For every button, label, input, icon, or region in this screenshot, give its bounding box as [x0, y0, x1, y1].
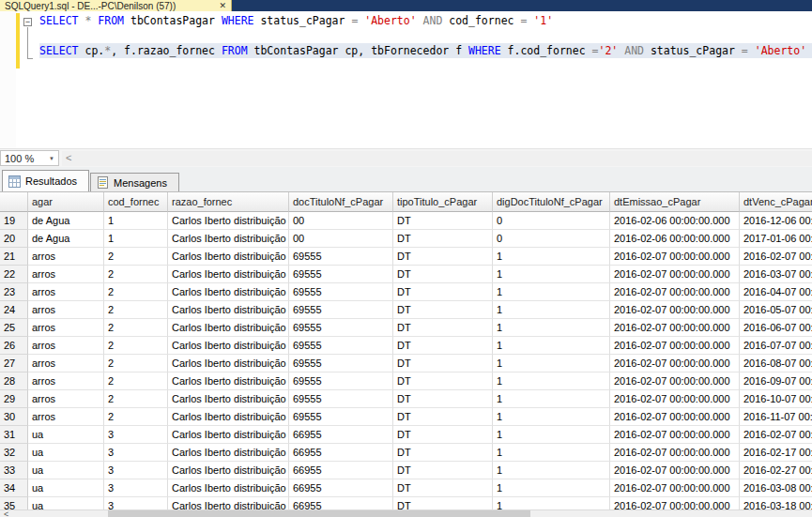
grid-cell[interactable]: 2016-02-07 00:00:00.000	[610, 479, 740, 497]
row-number[interactable]: 33	[0, 462, 28, 479]
grid-cell[interactable]: 3	[104, 462, 168, 479]
grid-cell[interactable]: arros	[28, 337, 104, 355]
row-number[interactable]: 31	[0, 426, 28, 444]
row-number[interactable]: 27	[0, 355, 28, 373]
grid-cell[interactable]: 69555	[289, 408, 393, 426]
code-line[interactable]: SELECT cp.*, f.razao_fornec FROM tbConta…	[39, 43, 812, 58]
grid-cell[interactable]: 2016-02-07 00:00:00.000	[610, 426, 740, 444]
grid-cell[interactable]: 3	[104, 479, 168, 497]
grid-cell[interactable]: 1	[493, 497, 610, 509]
grid-cell[interactable]: 2	[104, 355, 168, 373]
grid-cell[interactable]: Carlos Iberto distribuição	[168, 230, 289, 248]
grid-cell[interactable]: 2017-01-06 00:00:00.000	[740, 230, 812, 248]
grid-cell[interactable]: DT	[393, 479, 493, 497]
grid-cell[interactable]: 00	[289, 230, 393, 248]
grid-cell[interactable]: 1	[493, 408, 610, 426]
column-header[interactable]: docTituloNf_cPagar	[289, 192, 393, 212]
grid-cell[interactable]: 69555	[289, 373, 393, 390]
grid-cell[interactable]: 2	[104, 373, 168, 390]
row-number[interactable]: 30	[0, 408, 28, 426]
grid-cell[interactable]: Carlos Iberto distribuição	[168, 479, 289, 497]
grid-cell[interactable]: 2016-02-17 00:00:00.000	[740, 444, 812, 462]
grid-cell[interactable]: 2016-03-07 00:00:00.000	[740, 266, 812, 283]
grid-cell[interactable]: DT	[393, 283, 493, 301]
grid-cell[interactable]: 00	[289, 212, 393, 230]
grid-cell[interactable]: 0	[493, 212, 610, 230]
row-number[interactable]: 24	[0, 301, 28, 319]
grid-cell[interactable]: Carlos Iberto distribuição	[168, 248, 289, 266]
grid-cell[interactable]: ua	[28, 479, 104, 497]
grid-cell[interactable]: 69555	[289, 390, 393, 408]
grid-cell[interactable]: 2016-02-07 00:00:00.000	[610, 373, 740, 390]
grid-cell[interactable]: ua	[28, 497, 104, 509]
grid-cell[interactable]: 69555	[289, 355, 393, 373]
grid-cell[interactable]: Carlos Iberto distribuição	[168, 319, 289, 337]
grid-cell[interactable]: arros	[28, 283, 104, 301]
grid-cell[interactable]: 1	[493, 301, 610, 319]
grid-cell[interactable]: 66955	[289, 444, 393, 462]
grid-cell[interactable]: 2016-02-07 00:00:00.000	[610, 390, 740, 408]
grid-cell[interactable]: 69555	[289, 283, 393, 301]
grid-cell[interactable]: 2016-07-07 00:00:00.000	[740, 337, 812, 355]
code-area[interactable]: SELECT * FROM tbContasPagar WHERE status…	[39, 13, 812, 58]
grid-cell[interactable]: 2016-03-18 00:00:00.000	[740, 497, 812, 509]
row-number[interactable]: 35	[0, 497, 28, 509]
grid-cell[interactable]: arros	[28, 248, 104, 266]
grid-cell[interactable]: ua	[28, 462, 104, 479]
grid-cell[interactable]: 1	[493, 373, 610, 390]
row-number[interactable]: 25	[0, 319, 28, 337]
grid-cell[interactable]: 1	[493, 337, 610, 355]
grid-cell[interactable]: 2016-02-27 00:00:00.000	[740, 462, 812, 479]
grid-cell[interactable]: 66955	[289, 426, 393, 444]
row-number[interactable]: 20	[0, 230, 28, 248]
grid-cell[interactable]: Carlos Iberto distribuição	[168, 390, 289, 408]
tab-mensagens[interactable]: Mensagens	[90, 173, 179, 191]
grid-cell[interactable]: 2016-10-07 00:00:00.000	[740, 390, 812, 408]
grid-cell[interactable]: Carlos Iberto distribuição	[168, 426, 289, 444]
row-number[interactable]: 21	[0, 248, 28, 266]
row-number[interactable]: 26	[0, 337, 28, 355]
column-header[interactable]: razao_fornec	[168, 192, 289, 212]
code-line[interactable]	[39, 28, 812, 43]
grid-cell[interactable]: 66955	[289, 479, 393, 497]
grid-cell[interactable]: 2016-02-07 00:00:00.000	[610, 497, 740, 509]
row-number[interactable]: 22	[0, 266, 28, 283]
grid-cell[interactable]: 3	[104, 426, 168, 444]
grid-cell[interactable]: 2016-02-07 00:00:00.000	[610, 355, 740, 373]
grid-cell[interactable]: 3	[104, 497, 168, 509]
grid-cell[interactable]: 2016-03-08 00:00:00.000	[740, 479, 812, 497]
grid-cell[interactable]: 2016-02-07 00:00:00.000	[610, 408, 740, 426]
column-header[interactable]: tipoTitulo_cPagar	[393, 192, 493, 212]
sql-editor[interactable]: − SELECT * FROM tbContasPagar WHERE stat…	[0, 11, 812, 148]
tab-resultados[interactable]: Resultados	[2, 170, 89, 191]
grid-cell[interactable]: 1	[104, 230, 168, 248]
grid-cell[interactable]: 1	[104, 212, 168, 230]
row-number[interactable]: 32	[0, 444, 28, 462]
grid-cell[interactable]: 2016-02-07 00:00:00.000	[740, 426, 812, 444]
row-number[interactable]: 34	[0, 479, 28, 497]
column-header[interactable]: cod_fornec	[104, 192, 168, 212]
grid-cell[interactable]: de Agua	[28, 212, 104, 230]
grid-cell[interactable]: ua	[28, 426, 104, 444]
grid-cell[interactable]: 69555	[289, 337, 393, 355]
scrollbar-thumb[interactable]	[108, 510, 530, 517]
grid-cell[interactable]: 2	[104, 248, 168, 266]
code-line[interactable]: SELECT * FROM tbContasPagar WHERE status…	[39, 13, 812, 28]
grid-cell[interactable]: 2016-02-06 00:00:00.000	[610, 230, 740, 248]
grid-cell[interactable]: 69555	[289, 301, 393, 319]
grid-corner[interactable]	[0, 192, 28, 212]
grid-cell[interactable]: DT	[393, 390, 493, 408]
grid-cell[interactable]: arros	[28, 266, 104, 283]
grid-cell[interactable]: Carlos Iberto distribuição	[168, 373, 289, 390]
grid-cell[interactable]: DT	[393, 301, 493, 319]
grid-cell[interactable]: arros	[28, 408, 104, 426]
zoom-level-select[interactable]: 100 % ▼	[0, 150, 59, 166]
grid-cell[interactable]: Carlos Iberto distribuição	[168, 301, 289, 319]
column-header[interactable]: dtVenc_cPagar	[740, 192, 812, 212]
close-icon[interactable]: ✕	[219, 1, 226, 10]
column-header[interactable]: agar	[28, 192, 104, 212]
document-tab[interactable]: SQLQuery1.sql - DE...-PC\Denilson (57)) …	[0, 0, 232, 11]
grid-cell[interactable]: Carlos Iberto distribuição	[168, 462, 289, 479]
grid-cell[interactable]: 2016-02-07 00:00:00.000	[610, 462, 740, 479]
grid-cell[interactable]: 1	[493, 355, 610, 373]
